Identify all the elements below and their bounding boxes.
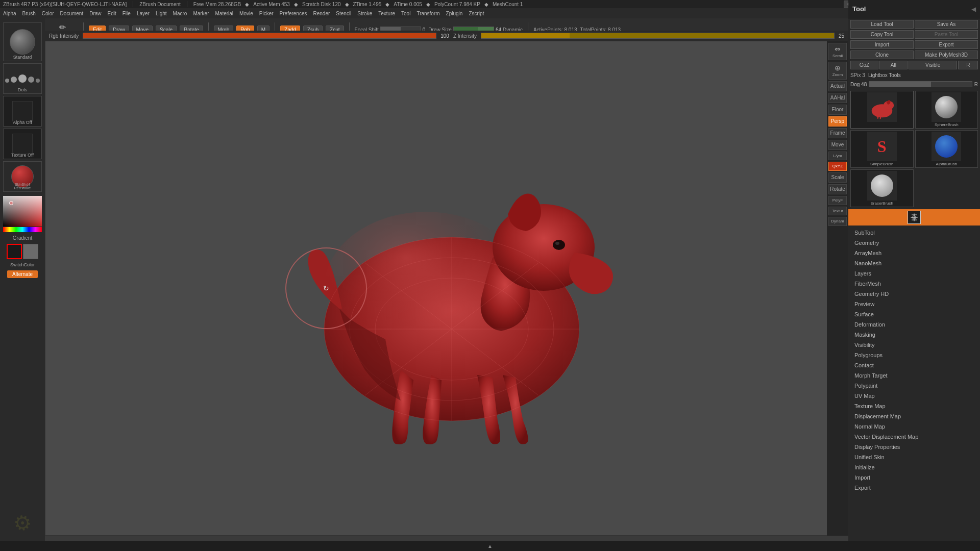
brush-preview[interactable]: Standard [3, 22, 42, 61]
rotate-icon[interactable]: Rotate [828, 184, 847, 194]
paste-tool-button[interactable]: Paste Tool [915, 30, 978, 39]
menu-transform[interactable]: Transform [416, 11, 439, 16]
menu-zscript[interactable]: Zscript [469, 11, 484, 16]
vector-displacement-map-item[interactable]: Vector Displacement Map [848, 432, 980, 442]
material-preview[interactable]: SkinShd4Red Wave [3, 161, 42, 192]
sphere-brush-thumbnail[interactable]: SphereBrush [915, 91, 978, 129]
arraymesh-item[interactable]: ArrayMesh [848, 248, 980, 258]
import-button[interactable]: Import [850, 40, 914, 49]
simple-brush-thumbnail[interactable]: S SimpleBrush [850, 130, 914, 168]
contact-item[interactable]: Contact [848, 360, 980, 370]
laym-icon[interactable]: L/ym [828, 152, 847, 161]
menu-draw[interactable]: Draw [89, 11, 101, 16]
actual-icon[interactable]: Actual [828, 81, 847, 91]
menu-alpha[interactable]: Alpha [3, 11, 16, 16]
goz-button[interactable]: GoZ [850, 61, 878, 69]
geometry-item[interactable]: Geometry [848, 238, 980, 248]
dynam-icon[interactable]: Dynam [828, 217, 847, 226]
save-as-button[interactable]: Save As [915, 20, 978, 29]
menu-material[interactable]: Material [215, 11, 234, 16]
textur-icon[interactable]: Textur [828, 207, 847, 216]
preview-item[interactable]: Preview [848, 299, 980, 309]
visibility-item[interactable]: Visibility [848, 340, 980, 350]
menu-texture[interactable]: Texture [378, 11, 395, 16]
unified-skin-item[interactable]: Unified Skin [848, 452, 980, 462]
polyf-icon[interactable]: PolyF [828, 196, 847, 205]
back-color-swatch[interactable] [23, 244, 38, 259]
geometry-hd-item[interactable]: Geometry HD [848, 289, 980, 299]
visible-button[interactable]: Visible [909, 61, 958, 69]
move-icon[interactable]: Move [828, 140, 847, 150]
rgb-intensity-slider[interactable] [83, 33, 436, 39]
alpha-off[interactable]: Alpha Off [3, 96, 42, 127]
menu-preferences[interactable]: Preferences [280, 11, 307, 16]
texture-off[interactable]: Texture Off [3, 129, 42, 159]
morph-target-item[interactable]: Morph Target [848, 370, 980, 381]
scroll-icon[interactable]: ⇔ Scroll [828, 43, 847, 60]
menu-stroke[interactable]: Stroke [357, 11, 372, 16]
display-properties-item[interactable]: Display Properties [848, 442, 980, 452]
displacement-map-item[interactable]: Displacement Map [848, 411, 980, 421]
menu-brush[interactable]: Brush [22, 11, 36, 16]
color-picker[interactable] [3, 196, 42, 232]
zoom-icon[interactable]: ⊕ Zoom [828, 62, 847, 79]
copy-tool-button[interactable]: Copy Tool [850, 30, 914, 39]
menu-light[interactable]: Light [156, 11, 167, 16]
fore-color-swatch[interactable] [7, 244, 22, 259]
menu-color[interactable]: Color [42, 11, 54, 16]
dog-thumbnail[interactable] [850, 91, 914, 129]
persp-active-button[interactable] [908, 211, 921, 224]
r-button[interactable]: R [958, 61, 978, 69]
clone-button[interactable]: Clone [850, 51, 914, 59]
initialize-item[interactable]: Initialize [848, 462, 980, 472]
load-tool-button[interactable]: Load Tool [850, 20, 914, 29]
fibermesh-item[interactable]: FiberMesh [848, 279, 980, 289]
menu-edit[interactable]: Edit [108, 11, 116, 16]
menu-picker[interactable]: Picker [259, 11, 274, 16]
polygroups-item[interactable]: Polygroups [848, 350, 980, 360]
menu-movie[interactable]: Movie [239, 11, 253, 16]
nanomesh-item[interactable]: NanoMesh [848, 258, 980, 268]
z-intensity-slider[interactable] [481, 33, 835, 39]
eraser-brush-thumbnail[interactable]: EraserBrush [850, 169, 914, 207]
qxyz-icon[interactable]: QxYZ [828, 162, 847, 171]
menu-marker[interactable]: Marker [193, 11, 209, 16]
surface-item[interactable]: Surface [848, 309, 980, 319]
menu-zplugin[interactable]: Zplugin [446, 11, 463, 16]
lightbox-tools-label[interactable]: Lightbox Tools [868, 72, 901, 78]
sphere-brush-label: SphereBrush [935, 122, 959, 127]
alternate-button[interactable]: Alternate [7, 270, 38, 278]
menu-file[interactable]: File [122, 11, 131, 16]
hue-bar[interactable] [3, 227, 42, 232]
export2-item[interactable]: Export [848, 483, 980, 493]
menu-render[interactable]: Render [313, 11, 330, 16]
subtool-item[interactable]: SubTool [848, 228, 980, 238]
persp-icon[interactable]: Persp [828, 116, 847, 127]
dog-slider[interactable] [869, 81, 972, 87]
all-button[interactable]: All [879, 61, 908, 69]
masking-item[interactable]: Masking [848, 330, 980, 340]
floor-icon[interactable]: Floor [828, 105, 847, 115]
active-brush-bar[interactable] [848, 209, 980, 226]
make-polymesh-button[interactable]: Make PolyMesh3D [915, 51, 978, 59]
uv-map-item[interactable]: UV Map [848, 391, 980, 401]
polypaint-item[interactable]: Polypaint [848, 381, 980, 391]
dots-brush[interactable]: Dots [3, 63, 42, 94]
deformation-item[interactable]: Deformation [848, 319, 980, 330]
menu-stencil[interactable]: Stencil [336, 11, 351, 16]
layers-item[interactable]: Layers [848, 268, 980, 279]
frame-icon[interactable]: Frame [828, 128, 847, 138]
right-panel-collapse[interactable]: ◀ [971, 6, 976, 13]
texture-map-item[interactable]: Texture Map [848, 401, 980, 411]
alpha-brush-thumbnail[interactable]: AlphaBrush [915, 130, 978, 168]
normal-map-item[interactable]: Normal Map [848, 421, 980, 432]
menu-document[interactable]: Document [60, 11, 84, 16]
scale-icon[interactable]: Scale [828, 172, 847, 183]
menu-layer[interactable]: Layer [137, 11, 150, 16]
export-button[interactable]: Export [915, 40, 978, 49]
menu-tool[interactable]: Tool [401, 11, 410, 16]
aahal-icon[interactable]: AAHal [828, 93, 847, 103]
canvas-area[interactable]: ↻ [45, 41, 848, 536]
menu-macro[interactable]: Macro [173, 11, 187, 16]
import2-item[interactable]: Import [848, 472, 980, 483]
